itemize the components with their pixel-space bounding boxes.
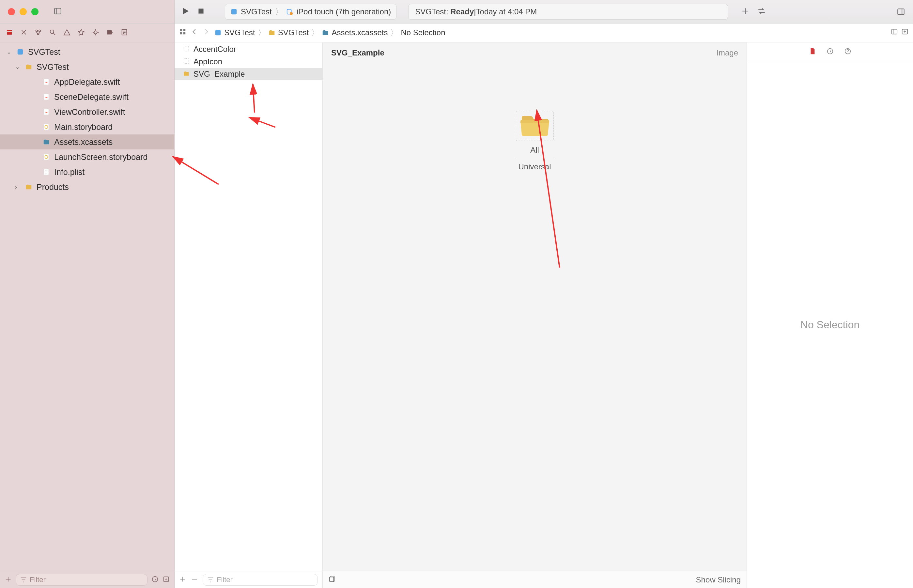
minimize-window-button[interactable] [19, 8, 27, 15]
tree-label: SVGTest [37, 62, 69, 72]
navigator-selector-bar [0, 24, 175, 42]
tree-file[interactable]: LaunchScreen.storyboard [0, 149, 174, 165]
svg-point-11 [39, 30, 41, 32]
help-inspector-icon[interactable] [844, 48, 851, 56]
inspector-body: No Selection [747, 61, 913, 588]
status-bar[interactable]: SVGTest: Ready | Today at 4:04 PM [408, 4, 728, 19]
asset-label: AccentColor [194, 45, 236, 54]
tree-label: LaunchScreen.storyboard [54, 152, 147, 162]
device-config-icon[interactable] [329, 575, 336, 585]
chevron-right-icon: 〉 [311, 27, 319, 38]
breadcrumb-item[interactable]: SVGTest [224, 28, 255, 37]
well-label: All [530, 145, 539, 155]
run-button[interactable] [181, 6, 190, 17]
history-inspector-icon[interactable] [827, 48, 834, 56]
stop-button[interactable] [197, 7, 205, 17]
add-editor-icon[interactable] [901, 28, 908, 37]
asset-bottom-bar: Filter [175, 571, 322, 588]
filter-placeholder: Filter [30, 576, 46, 584]
tree-file[interactable]: Main.storyboard [0, 120, 174, 134]
tree-file[interactable]: AppDelegate.swift [0, 74, 174, 89]
folder-icon [24, 183, 33, 191]
tree-label: Assets.xcassets [54, 137, 113, 147]
asset-item-selected[interactable]: SVG_Example [175, 68, 322, 80]
maximize-window-button[interactable] [31, 8, 39, 15]
svg-rect-54 [330, 577, 334, 582]
asset-label: AppIcon [194, 57, 222, 66]
inspector-toggle[interactable] [897, 0, 905, 24]
swift-file-icon [42, 93, 51, 100]
asset-preview: All Universal [515, 111, 554, 171]
tree-label: Info.plist [54, 167, 84, 177]
breadcrumb-item[interactable]: No Selection [401, 28, 445, 37]
remove-asset-icon[interactable] [191, 576, 198, 584]
tree-file[interactable]: Info.plist [0, 165, 174, 179]
forward-icon[interactable] [203, 28, 210, 37]
back-icon[interactable] [191, 28, 198, 37]
asset-filter-field[interactable]: Filter [203, 574, 318, 586]
canvas-bottom-bar: Show Slicing [323, 571, 747, 588]
tree-group-products[interactable]: › Products [0, 179, 174, 194]
project-navigator-icon[interactable] [6, 29, 13, 37]
asset-item[interactable]: AppIcon [175, 55, 322, 68]
close-window-button[interactable] [8, 8, 15, 15]
chevron-down-icon[interactable]: ⌄ [15, 63, 21, 71]
symbol-navigator-icon[interactable] [35, 29, 42, 37]
tree-label: AppDelegate.swift [54, 78, 120, 87]
svg-rect-20 [180, 29, 182, 31]
source-control-navigator-icon[interactable] [20, 29, 27, 37]
sidebar-toggle-icon[interactable] [53, 7, 62, 17]
pathbar-row: SVGTest 〉 SVGTest 〉 Assets.xcassets 〉 No… [0, 24, 913, 42]
body: ⌄ SVGTest ⌄ SVGTest AppDelegate.swift Sc… [0, 42, 913, 588]
navigator-filter-field[interactable]: Filter [16, 574, 147, 586]
storyboard-file-icon [42, 123, 51, 131]
related-items-icon[interactable] [179, 28, 186, 37]
chevron-right-icon[interactable]: › [15, 184, 21, 191]
find-navigator-icon[interactable] [49, 29, 56, 37]
tree-root[interactable]: ⌄ SVGTest [0, 44, 174, 60]
tree-label: Main.storyboard [54, 122, 113, 132]
chevron-down-icon[interactable]: ⌄ [6, 48, 12, 55]
svg-rect-33 [44, 109, 49, 115]
inspector-tabs [747, 42, 913, 61]
tree-file[interactable]: SceneDelegate.swift [0, 89, 174, 104]
svg-point-13 [50, 30, 54, 33]
add-icon[interactable] [5, 576, 12, 584]
plus-icon[interactable] [741, 7, 750, 17]
issue-navigator-icon[interactable] [63, 29, 71, 37]
test-navigator-icon[interactable] [78, 29, 85, 37]
tree-label: SceneDelegate.swift [54, 92, 129, 102]
show-slicing-button[interactable]: Show Slicing [696, 575, 741, 585]
breadcrumb-item[interactable]: SVGTest [278, 28, 309, 37]
project-tree: ⌄ SVGTest ⌄ SVGTest AppDelegate.swift Sc… [0, 42, 174, 571]
breadcrumb[interactable]: SVGTest 〉 SVGTest 〉 Assets.xcassets 〉 No… [214, 27, 445, 38]
recent-icon[interactable] [152, 576, 158, 584]
asset-label: SVG_Example [194, 69, 245, 79]
canvas-header: SVG_Example Image [323, 42, 747, 63]
status-project-label: SVGTest: [415, 7, 448, 16]
tree-group[interactable]: ⌄ SVGTest [0, 60, 174, 74]
editor-layout-icon[interactable] [891, 28, 898, 37]
add-asset-icon[interactable] [179, 576, 186, 584]
tree-label: SVGTest [28, 47, 60, 57]
titlebar-right-buttons [741, 7, 766, 17]
tree-file-selected[interactable]: Assets.xcassets [0, 134, 174, 149]
scheme-selector[interactable]: SVGTest 〉 iPod touch (7th generation) [225, 4, 396, 19]
breakpoint-navigator-icon[interactable] [107, 29, 113, 37]
svg-rect-3 [231, 9, 237, 15]
arrows-icon[interactable] [757, 7, 766, 17]
asset-item[interactable]: AccentColor [175, 43, 322, 55]
svg-rect-30 [18, 49, 23, 55]
breadcrumb-item[interactable]: Assets.xcassets [331, 28, 388, 37]
scm-icon[interactable] [163, 576, 170, 584]
image-well[interactable] [516, 111, 554, 141]
debug-navigator-icon[interactable] [92, 29, 99, 37]
report-navigator-icon[interactable] [121, 29, 128, 37]
file-inspector-icon[interactable] [809, 48, 816, 56]
folder-preview-icon [519, 113, 551, 138]
canvas-kind-label: Image [716, 48, 738, 57]
tree-label: ViewController.swift [54, 107, 125, 117]
tree-file[interactable]: ViewController.swift [0, 104, 174, 120]
chevron-right-icon: 〉 [275, 6, 283, 17]
svg-rect-0 [55, 8, 61, 14]
